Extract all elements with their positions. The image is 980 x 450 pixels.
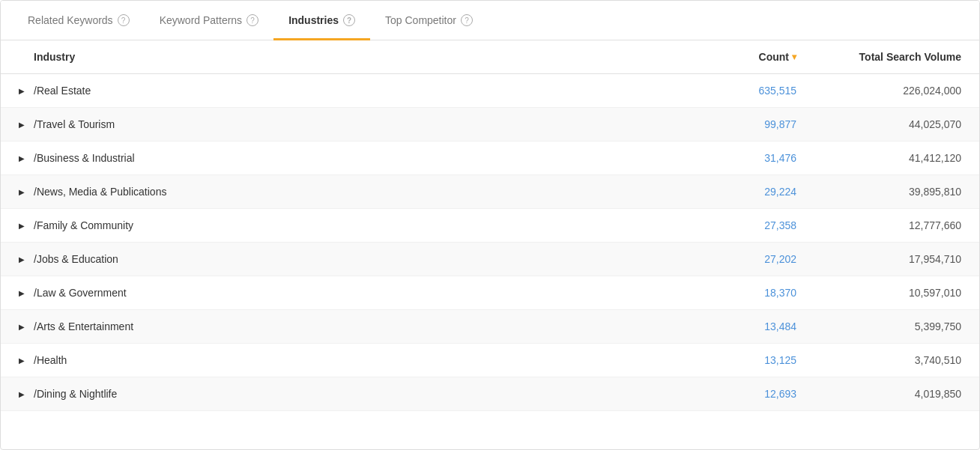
- row-count-cell: 99,877: [647, 118, 796, 130]
- table-row[interactable]: ▶ /Jobs & Education 27,202 17,954,710: [1, 243, 979, 276]
- row-count-cell: 13,125: [647, 354, 796, 366]
- expand-arrow-icon[interactable]: ▶: [19, 255, 28, 264]
- row-volume-cell: 5,399,750: [796, 320, 961, 332]
- table-row[interactable]: ▶ /Arts & Entertainment 13,484 5,399,750: [1, 310, 979, 344]
- column-header-industry: Industry: [19, 51, 647, 63]
- row-industry-cell: ▶ /Arts & Entertainment: [19, 320, 647, 332]
- column-header-count[interactable]: Count ▾: [647, 51, 796, 63]
- tab-top-competitor[interactable]: Top Competitor ?: [370, 1, 488, 40]
- tab-related-keywords[interactable]: Related Keywords ?: [13, 1, 145, 40]
- table-row[interactable]: ▶ /Real Estate 635,515 226,024,000: [1, 74, 979, 108]
- tab-industries-label: Industries: [288, 14, 339, 26]
- tab-keyword-patterns-label: Keyword Patterns: [160, 14, 243, 26]
- row-industry-cell: ▶ /Business & Industrial: [19, 152, 647, 164]
- row-industry-cell: ▶ /Family & Community: [19, 219, 647, 231]
- table-row[interactable]: ▶ /Business & Industrial 31,476 41,412,1…: [1, 142, 979, 175]
- industry-name: /Business & Industrial: [34, 152, 135, 164]
- table-body: ▶ /Real Estate 635,515 226,024,000 ▶ /Tr…: [1, 74, 979, 411]
- industries-help-icon[interactable]: ?: [343, 14, 355, 26]
- top-competitor-help-icon[interactable]: ?: [461, 14, 473, 26]
- industry-name: /Travel & Tourism: [34, 118, 115, 130]
- table-row[interactable]: ▶ /News, Media & Publications 29,224 39,…: [1, 175, 979, 209]
- expand-arrow-icon[interactable]: ▶: [19, 188, 28, 196]
- industry-name: /Health: [34, 354, 67, 366]
- table-row[interactable]: ▶ /Travel & Tourism 99,877 44,025,070: [1, 108, 979, 142]
- row-count-cell: 13,484: [647, 320, 796, 332]
- expand-arrow-icon[interactable]: ▶: [19, 356, 28, 365]
- row-volume-cell: 44,025,070: [796, 118, 961, 130]
- row-industry-cell: ▶ /News, Media & Publications: [19, 186, 647, 198]
- row-volume-cell: 41,412,120: [796, 152, 961, 164]
- industries-table: Industry Count ▾ Total Search Volume ▶ /…: [1, 40, 979, 411]
- tab-keyword-patterns[interactable]: Keyword Patterns ?: [145, 1, 274, 40]
- industry-name: /Jobs & Education: [34, 253, 118, 265]
- row-industry-cell: ▶ /Law & Government: [19, 287, 647, 299]
- industry-name: /Real Estate: [34, 85, 91, 97]
- industry-name: /Family & Community: [34, 219, 133, 231]
- row-volume-cell: 12,777,660: [796, 219, 961, 231]
- tab-top-competitor-label: Top Competitor: [385, 14, 456, 26]
- expand-arrow-icon[interactable]: ▶: [19, 87, 28, 95]
- row-volume-cell: 226,024,000: [796, 85, 961, 97]
- industry-name: /News, Media & Publications: [34, 186, 166, 198]
- row-count-cell: 635,515: [647, 85, 796, 97]
- row-volume-cell: 4,019,850: [796, 388, 961, 400]
- row-count-cell: 27,358: [647, 219, 796, 231]
- tab-bar: Related Keywords ? Keyword Patterns ? In…: [1, 1, 979, 40]
- industry-name: /Dining & Nightlife: [34, 388, 117, 400]
- expand-arrow-icon[interactable]: ▶: [19, 154, 28, 162]
- row-industry-cell: ▶ /Travel & Tourism: [19, 118, 647, 130]
- industry-name: /Arts & Entertainment: [34, 320, 133, 332]
- table-header-row: Industry Count ▾ Total Search Volume: [1, 40, 979, 74]
- row-count-cell: 31,476: [647, 152, 796, 164]
- main-container: Related Keywords ? Keyword Patterns ? In…: [0, 0, 980, 450]
- related-keywords-help-icon[interactable]: ?: [118, 14, 130, 26]
- row-industry-cell: ▶ /Health: [19, 354, 647, 366]
- industry-name: /Law & Government: [34, 287, 127, 299]
- expand-arrow-icon[interactable]: ▶: [19, 390, 28, 398]
- row-count-cell: 29,224: [647, 186, 796, 198]
- row-count-cell: 27,202: [647, 253, 796, 265]
- row-volume-cell: 39,895,810: [796, 186, 961, 198]
- row-count-cell: 12,693: [647, 388, 796, 400]
- expand-arrow-icon[interactable]: ▶: [19, 289, 28, 297]
- row-volume-cell: 17,954,710: [796, 253, 961, 265]
- row-industry-cell: ▶ /Jobs & Education: [19, 253, 647, 265]
- expand-arrow-icon[interactable]: ▶: [19, 323, 28, 331]
- expand-arrow-icon[interactable]: ▶: [19, 222, 28, 230]
- expand-arrow-icon[interactable]: ▶: [19, 121, 28, 129]
- row-industry-cell: ▶ /Dining & Nightlife: [19, 388, 647, 400]
- row-industry-cell: ▶ /Real Estate: [19, 85, 647, 97]
- row-volume-cell: 10,597,010: [796, 287, 961, 299]
- row-volume-cell: 3,740,510: [796, 354, 961, 366]
- table-row[interactable]: ▶ /Health 13,125 3,740,510: [1, 344, 979, 377]
- table-row[interactable]: ▶ /Dining & Nightlife 12,693 4,019,850: [1, 377, 979, 411]
- tab-industries[interactable]: Industries ?: [273, 1, 370, 40]
- table-row[interactable]: ▶ /Family & Community 27,358 12,777,660: [1, 209, 979, 243]
- tab-related-keywords-label: Related Keywords: [28, 14, 113, 26]
- table-row[interactable]: ▶ /Law & Government 18,370 10,597,010: [1, 276, 979, 310]
- column-header-volume: Total Search Volume: [796, 51, 961, 63]
- row-count-cell: 18,370: [647, 287, 796, 299]
- keyword-patterns-help-icon[interactable]: ?: [246, 14, 258, 26]
